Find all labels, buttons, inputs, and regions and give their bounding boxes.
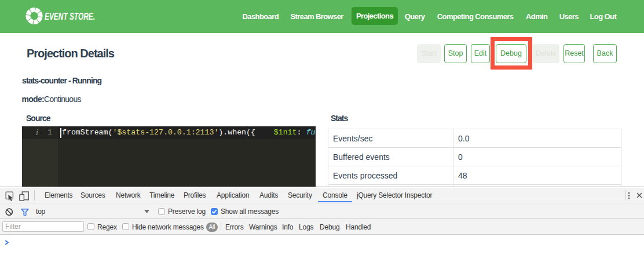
svg-text:EVENT STORE.: EVENT STORE. bbox=[45, 11, 95, 21]
